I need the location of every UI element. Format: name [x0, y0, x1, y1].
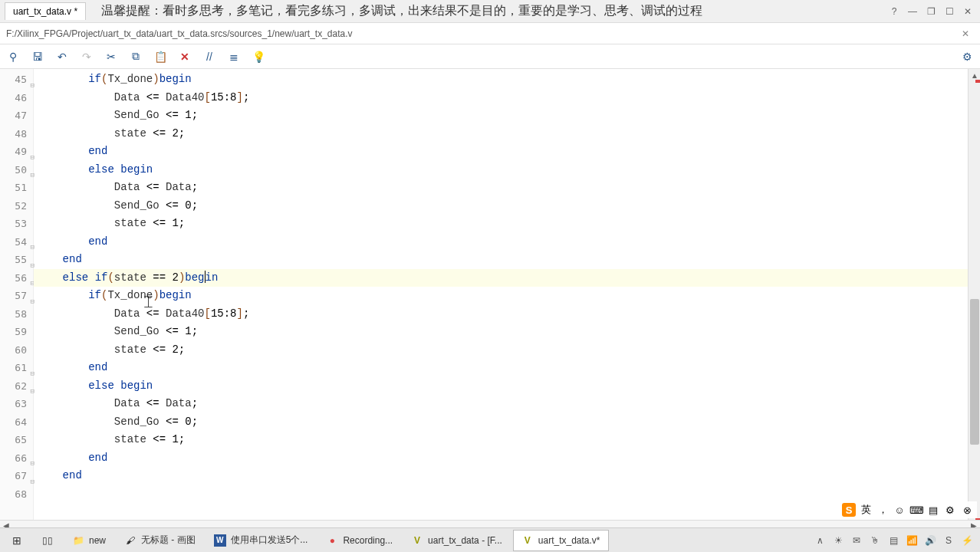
taskbar-label: 无标题 - 画图: [141, 534, 196, 547]
systray-icon[interactable]: ∧: [813, 534, 827, 547]
code-line[interactable]: else if(state == 2)begin: [34, 269, 980, 288]
code-line[interactable]: end: [34, 467, 980, 485]
delete-icon[interactable]: ✕: [176, 48, 193, 65]
line-number: 57⊟: [0, 287, 33, 305]
vertical-scrollbar[interactable]: ▲ ▼: [968, 69, 980, 537]
code-line[interactable]: Data <= Data40[15:8];: [34, 89, 980, 107]
code-line[interactable]: Data <= Data;: [34, 395, 980, 413]
ime-tray-item[interactable]: ☺: [893, 503, 906, 517]
code-line[interactable]: end: [34, 359, 980, 377]
code-line[interactable]: end: [34, 449, 980, 468]
comment-icon[interactable]: //: [201, 48, 218, 65]
code-line[interactable]: if(Tx_done)begin: [34, 287, 980, 305]
code-line[interactable]: Send_Go <= 1;: [34, 323, 980, 341]
redo-icon[interactable]: ↷: [78, 48, 95, 65]
toolbar: ⚲ 🖫 ↶ ↷ ✂ ⧉ 📋 ✕ // ≣ 💡 ⚙: [0, 44, 980, 69]
scroll-thumb[interactable]: [970, 299, 979, 445]
line-number: 55⊟: [0, 251, 33, 269]
bulb-icon[interactable]: 💡: [250, 48, 267, 65]
systray-icon[interactable]: ⚡: [960, 534, 974, 547]
code-line[interactable]: if(Tx_done)begin: [34, 71, 980, 89]
code-line[interactable]: Send_Go <= 1;: [34, 107, 980, 125]
code-line[interactable]: [34, 485, 980, 504]
code-line[interactable]: Data <= Data;: [34, 179, 980, 197]
taskbar-item[interactable]: ▯▯: [34, 530, 61, 551]
undo-icon[interactable]: ↶: [54, 48, 71, 65]
code-line[interactable]: Send_Go <= 0;: [34, 197, 980, 215]
taskbar-item[interactable]: Vuart_tx_data - [F...: [403, 530, 510, 551]
line-number: 68: [0, 485, 33, 504]
cut-icon[interactable]: ✂: [103, 48, 120, 65]
titlebar: uart_tx_data.v * 温馨提醒：看时多思考，多笔记，看完多练习，多调…: [0, 0, 980, 23]
line-number: 56⊟: [0, 269, 33, 288]
app-icon: V: [521, 534, 534, 547]
editor-tab[interactable]: uart_tx_data.v *: [5, 2, 86, 20]
code-line[interactable]: Data <= Data40[15:8];: [34, 305, 980, 324]
code-line[interactable]: else begin: [34, 377, 980, 396]
taskbar-label: Recording...: [343, 535, 393, 546]
taskbar-item[interactable]: 📁new: [64, 530, 113, 551]
systray-icon[interactable]: S: [942, 534, 955, 547]
line-number: 50⊟: [0, 161, 33, 179]
systray-icon[interactable]: ✉: [850, 534, 863, 547]
code-line[interactable]: end: [34, 143, 980, 161]
pathbar: F:/Xilinx_FPGA/Project/uart_tx_data/uart…: [0, 23, 980, 44]
line-number: 63: [0, 395, 33, 413]
line-number: 45⊟: [0, 71, 33, 89]
systray-icon[interactable]: ☀: [831, 534, 845, 547]
taskbar-item[interactable]: W使用串口发送5个...: [206, 530, 316, 551]
restore-icon[interactable]: ❐: [923, 5, 939, 18]
copy-icon[interactable]: ⧉: [127, 48, 144, 65]
systray-icon[interactable]: 🔊: [923, 534, 937, 547]
ime-tray-item[interactable]: S: [842, 503, 856, 517]
taskbar-item[interactable]: ⊞: [3, 530, 31, 551]
line-number: 59: [0, 323, 33, 341]
save-icon[interactable]: 🖫: [29, 48, 46, 65]
line-number: 53: [0, 215, 33, 233]
editor: 45⊟46474849⊟50⊟51525354⊟55⊟56⊟57⊟5859606…: [0, 69, 980, 537]
app-icon: ▯▯: [41, 534, 54, 547]
indent-icon[interactable]: ≣: [225, 48, 242, 65]
ime-tray-item[interactable]: 英: [859, 503, 873, 517]
systray-icon[interactable]: ▤: [886, 534, 900, 547]
taskbar-item[interactable]: Vuart_tx_data.v*: [513, 530, 609, 551]
line-number: 58: [0, 305, 33, 324]
text-caret: [205, 271, 206, 283]
error-marker: [975, 80, 980, 83]
minimize-icon[interactable]: —: [905, 5, 920, 18]
code-line[interactable]: state <= 1;: [34, 431, 980, 449]
paste-icon[interactable]: 📋: [152, 48, 169, 65]
code-line[interactable]: end: [34, 251, 980, 269]
taskbar-label: new: [89, 535, 106, 546]
systray-icon[interactable]: 🖰: [868, 534, 882, 547]
search-icon[interactable]: ⚲: [5, 48, 21, 65]
ime-tray-item[interactable]: ⚙: [943, 503, 957, 517]
file-path: F:/Xilinx_FPGA/Project/uart_tx_data/uart…: [6, 28, 353, 39]
code-line[interactable]: state <= 2;: [34, 341, 980, 360]
close-icon[interactable]: ✕: [960, 5, 975, 18]
line-number: 52: [0, 197, 33, 215]
banner-text: 温馨提醒：看时多思考，多笔记，看完多练习，多调试，出来结果不是目的，重要的是学习…: [101, 3, 886, 19]
taskbar-item[interactable]: 🖌无标题 - 画图: [117, 530, 203, 551]
ime-tray-item[interactable]: ⊗: [960, 503, 974, 517]
gear-icon[interactable]: ⚙: [959, 48, 975, 65]
ime-tray-item[interactable]: ⌨: [909, 503, 923, 517]
code-line[interactable]: else begin: [34, 161, 980, 179]
systray-icon[interactable]: 📶: [905, 534, 919, 547]
close-file-icon[interactable]: ✕: [957, 28, 974, 39]
taskbar-label: uart_tx_data.v*: [538, 535, 600, 546]
code-area[interactable]: if(Tx_done)begin Data <= Data40[15:8]; S…: [34, 69, 980, 537]
ime-tray-item[interactable]: ，: [876, 503, 890, 517]
ime-tray-item[interactable]: ▤: [926, 503, 940, 517]
line-number: 65: [0, 431, 33, 449]
code-line[interactable]: state <= 1;: [34, 215, 980, 233]
code-line[interactable]: Send_Go <= 0;: [34, 413, 980, 432]
taskbar-label: 使用串口发送5个...: [231, 534, 308, 547]
taskbar-label: uart_tx_data - [F...: [428, 535, 502, 546]
taskbar-item[interactable]: ●Recording...: [318, 530, 400, 551]
code-line[interactable]: end: [34, 233, 980, 251]
help-icon[interactable]: ?: [886, 5, 902, 18]
code-line[interactable]: state <= 2;: [34, 125, 980, 143]
system-tray: ∧☀✉🖰▤📶🔊S⚡: [813, 534, 980, 547]
maximize-icon[interactable]: ☐: [942, 5, 957, 18]
